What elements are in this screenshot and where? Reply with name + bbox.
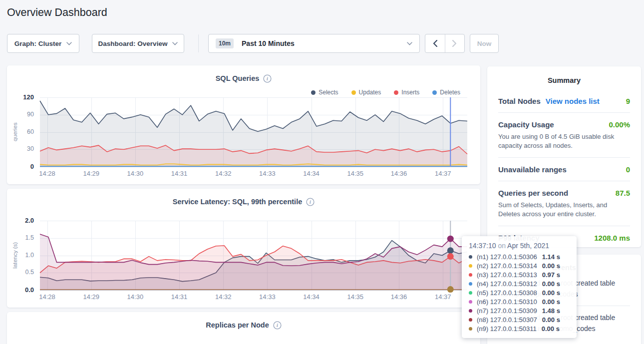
tooltip-node-address: (n8) 127.0.0.1:50307 [477,316,537,324]
replicas-per-node-chart-card: Replicas per Nodei [7,312,480,344]
tooltip-node-address: (n6) 127.0.0.1:50310 [477,298,537,306]
capacity-usage-description: You are using 0 B of 4.5 GiB usable disk… [498,132,630,150]
x-tick-label: 14:36 [391,170,407,177]
tooltip-node-value: 0.00 s [542,262,560,270]
x-tick-label: 14:37 [435,170,451,177]
info-icon[interactable]: i [273,321,282,330]
legend-item-selects[interactable]: Selects [311,89,338,96]
chevron-right-icon [452,40,457,47]
x-tick-label: 14:28 [39,170,55,177]
chart-canvas [40,97,467,167]
legend-dot-icon [432,90,437,95]
y-tick-label: 2.0 [25,217,34,224]
legend-dot-icon [311,90,316,95]
view-nodes-list-link[interactable]: View nodes list [546,97,600,105]
node-color-dot-icon [469,309,472,313]
tooltip-row: (n9) 127.0.0.1:503110.00 s [469,324,570,333]
dashboard-dropdown[interactable]: Dashboard: Overview [92,34,184,53]
tooltip-node-value: 1.14 s [542,253,560,261]
summary-title: Summary [498,76,630,84]
chevron-down-icon [66,42,72,45]
summary-row-capacity: Capacity Usage 0.00% You are using 0 B o… [498,113,630,158]
legend-label: Updates [359,89,381,96]
time-range-selector[interactable]: 10m Past 10 Minutes [208,34,420,53]
tooltip-node-address: (n5) 127.0.0.1:50308 [477,289,537,297]
x-tick-label: 14:31 [171,170,188,177]
x-tick-label: 14:35 [347,170,363,177]
sql-queries-plot[interactable]: queries 030609012014:2814:2914:3014:3114… [40,97,467,167]
x-tick-label: 14:30 [127,293,144,301]
tooltip-row: (n3) 127.0.0.1:503130.97 s [469,270,570,279]
toolbar-divider [198,34,199,52]
time-forward-button[interactable] [445,34,465,52]
now-button[interactable]: Now [470,34,499,53]
sql-queries-chart-card: SQL Queriesi SelectsUpdatesInsertsDelete… [7,65,480,184]
y-tick-label: 1.0 [25,252,34,259]
summary-row-qps: Queries per second 87.5 Sum of Selects, … [498,181,630,226]
time-range-badge: 10m [216,38,234,48]
y-tick-label: 90 [27,111,34,118]
qps-value: 87.5 [616,189,630,197]
tooltip-node-value: 0.00 s [542,280,560,288]
y-tick-label: 30 [27,145,34,152]
legend-label: Deletes [440,89,460,96]
time-pager [425,34,465,53]
x-tick-label: 14:33 [259,170,276,177]
tooltip-node-value: 1.48 s [542,307,560,315]
x-tick-label: 14:31 [171,293,188,301]
legend-item-deletes[interactable]: Deletes [432,89,460,96]
tooltip-row: (n2) 127.0.0.1:503140.00 s [469,261,570,270]
unavailable-ranges-label: Unavailable ranges [498,165,567,174]
dashboard-dropdown-label: Dashboard: Overview [98,40,168,47]
chart-hover-tooltip: 14:37:10 on Apr 5th, 2021 (n1) 127.0.0.1… [462,236,577,338]
graph-dropdown-label: Graph: Cluster [14,40,62,47]
summary-panel: Summary Total Nodes View nodes list 9 Ca… [487,66,641,247]
x-tick-label: 14:29 [83,170,99,177]
svg-text:i: i [277,323,278,328]
y-tick-label: 0 [30,163,34,170]
tooltip-row: (n1) 127.0.0.1:503061.14 s [469,252,570,261]
tooltip-row: (n5) 127.0.0.1:503080.00 s [469,288,570,297]
service-latency-chart-card: Service Latency: SQL, 99th percentilei l… [7,189,480,308]
info-icon[interactable]: i [263,74,272,83]
x-tick-label: 14:34 [303,170,320,177]
summary-row-unavailable-ranges: Unavailable ranges 0 [498,158,630,181]
p99-latency-value: 1208.0 ms [594,234,630,242]
legend-item-updates[interactable]: Updates [351,89,381,96]
time-back-button[interactable] [425,34,445,52]
tooltip-node-address: (n2) 127.0.0.1:50314 [477,262,537,270]
x-tick-label: 14:33 [259,293,276,301]
tooltip-row: (n7) 127.0.0.1:503091.48 s [469,306,570,315]
legend-item-inserts[interactable]: Inserts [394,89,419,96]
tooltip-node-address: (n1) 127.0.0.1:50306 [477,253,537,261]
legend-label: Selects [319,89,338,96]
capacity-usage-label: Capacity Usage [498,120,554,129]
chart-title-sql-queries: SQL Queries [216,74,260,82]
tooltip-node-address: (n7) 127.0.0.1:50309 [477,307,537,315]
capacity-usage-value: 0.00% [609,120,630,129]
x-tick-label: 14:32 [215,293,232,301]
legend-label: Inserts [401,89,419,96]
y-tick-label: 0.5 [25,269,34,276]
chart-legend: SelectsUpdatesInsertsDeletes [311,89,460,96]
info-icon[interactable]: i [306,198,315,206]
x-tick-label: 14:37 [435,293,451,301]
legend-dot-icon [394,90,398,95]
x-tick-label: 14:35 [347,293,363,301]
service-latency-plot[interactable]: latency (s) 0.00.51.01.52.014:2814:2914:… [40,221,467,290]
node-color-dot-icon [469,282,472,286]
node-color-dot-icon [469,264,472,268]
tooltip-node-value: 0.00 s [542,298,560,306]
y-tick-label: 1.5 [25,234,34,241]
node-color-dot-icon [469,327,472,331]
tooltip-node-address: (n4) 127.0.0.1:50312 [477,280,537,288]
y-tick-label: 0.0 [25,286,34,294]
qps-description: Sum of Selects, Updates, Inserts, and De… [498,201,630,219]
graph-dropdown[interactable]: Graph: Cluster [7,34,79,53]
tooltip-row: (n4) 127.0.0.1:503120.00 s [469,279,570,288]
svg-text:i: i [267,76,268,81]
legend-dot-icon [351,90,356,95]
tooltip-node-value: 0.00 s [542,325,560,333]
chart-canvas [40,221,467,290]
chart-title-replicas-per-node: Replicas per Node [206,321,269,329]
